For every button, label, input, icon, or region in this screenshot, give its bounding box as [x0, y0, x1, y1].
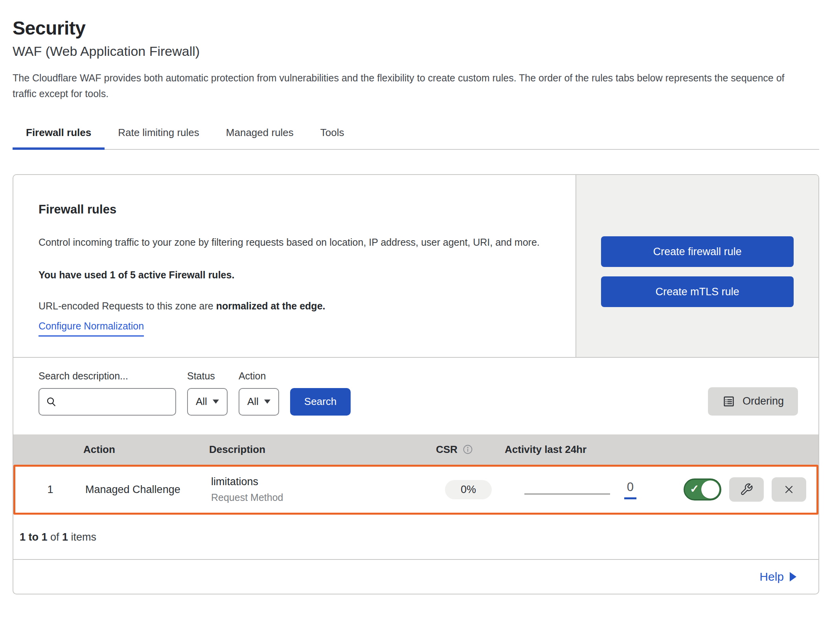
chevron-down-icon [264, 399, 270, 404]
tab-label: Rate limiting rules [118, 127, 199, 138]
check-icon: ✓ [690, 482, 699, 495]
rule-csr-cell: 0% [430, 480, 507, 499]
x-icon [783, 483, 795, 496]
rule-enabled-toggle[interactable]: ✓ [684, 478, 721, 500]
search-input[interactable] [61, 396, 169, 408]
status-value: All [196, 396, 207, 408]
status-filter-group: Status All [187, 370, 228, 416]
filter-bar: Search description... Status All [13, 357, 818, 434]
ordering-button[interactable]: Ordering [708, 387, 798, 416]
firewall-rule-row[interactable]: 1 Managed Challenge limitations Request … [13, 465, 818, 515]
header-activity: Activity last 24hr [505, 443, 682, 456]
tab-label: Tools [320, 127, 344, 138]
rule-expression: Request Method [211, 492, 430, 503]
rule-description-cell: limitations Request Method [211, 476, 430, 503]
edit-rule-button[interactable] [729, 477, 764, 502]
waf-tabbar: Firewall rules Rate limiting rules Manag… [13, 119, 819, 150]
search-icon [46, 396, 57, 408]
card-heading: Firewall rules [39, 202, 552, 217]
rule-activity-cell: 0 [507, 480, 684, 499]
help-link[interactable]: Help [759, 570, 796, 583]
firewall-rules-card: Firewall rules Control incoming traffic … [13, 174, 819, 594]
usage-summary: You have used 1 of 5 active Firewall rul… [39, 269, 552, 281]
rule-priority: 1 [15, 484, 85, 496]
action-filter-group: Action All [239, 370, 279, 416]
header-description: Description [209, 443, 428, 456]
normalization-note: URL-encoded Requests to this zone are no… [39, 300, 552, 312]
wrench-icon [740, 483, 753, 496]
page-description: The Cloudflare WAF provides both automat… [13, 70, 807, 101]
csr-badge: 0% [445, 480, 492, 499]
firewall-rules-info: Firewall rules Control incoming traffic … [13, 175, 575, 357]
list-icon [722, 395, 735, 408]
toggle-knob [701, 480, 719, 499]
action-label: Action [239, 370, 279, 382]
search-button[interactable]: Search [290, 388, 351, 416]
status-dropdown[interactable]: All [187, 388, 228, 416]
info-icon[interactable] [462, 444, 473, 455]
tab-label: Firewall rules [26, 127, 91, 138]
tab-tools[interactable]: Tools [307, 119, 358, 149]
card-actions-panel: Create firewall rule Create mTLS rule [575, 175, 818, 357]
table-header: Action Description CSR Activity last 24h… [13, 434, 818, 465]
triangle-right-icon [790, 572, 796, 581]
create-mtls-rule-button[interactable]: Create mTLS rule [601, 276, 794, 307]
configure-normalization-link[interactable]: Configure Normalization [39, 320, 144, 337]
help-row: Help [13, 559, 818, 594]
search-label: Search description... [39, 370, 176, 382]
rule-action: Managed Challenge [85, 484, 211, 496]
tab-label: Managed rules [226, 127, 294, 138]
delete-rule-button[interactable] [772, 477, 806, 502]
page-subtitle: WAF (Web Application Firewall) [13, 44, 819, 59]
ordering-button-label: Ordering [743, 395, 784, 407]
tab-managed-rules[interactable]: Managed rules [213, 119, 307, 149]
firewall-rules-summary: Firewall rules Control incoming traffic … [13, 175, 818, 357]
activity-count-link[interactable]: 0 [624, 480, 636, 499]
action-value: All [247, 396, 259, 408]
help-label: Help [759, 570, 784, 583]
security-waf-page: Security WAF (Web Application Firewall) … [0, 0, 831, 594]
search-box [39, 388, 176, 416]
status-label: Status [187, 370, 228, 382]
rule-controls: ✓ [684, 477, 817, 502]
search-group: Search description... [39, 370, 176, 416]
action-dropdown[interactable]: All [239, 388, 279, 416]
tab-rate-limiting-rules[interactable]: Rate limiting rules [105, 119, 213, 149]
activity-sparkline [524, 493, 610, 495]
header-action: Action [83, 443, 209, 456]
card-description: Control incoming traffic to your zone by… [39, 234, 552, 251]
header-csr: CSR [428, 443, 505, 456]
create-firewall-rule-button[interactable]: Create firewall rule [601, 236, 794, 267]
tab-firewall-rules[interactable]: Firewall rules [13, 119, 105, 149]
page-title: Security [13, 17, 819, 39]
pagination-summary: 1 to 1 of 1 items [13, 515, 818, 559]
rule-description: limitations [211, 476, 430, 488]
chevron-down-icon [213, 399, 219, 404]
